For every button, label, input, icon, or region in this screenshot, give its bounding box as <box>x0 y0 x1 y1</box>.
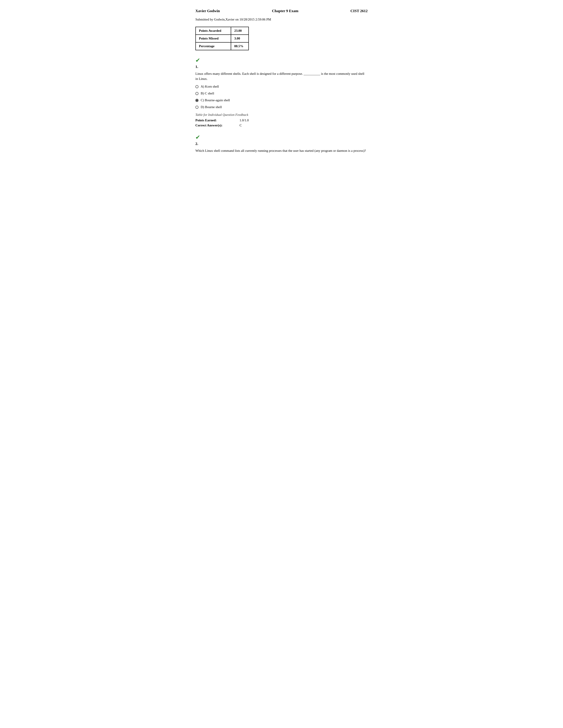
question-2-number: 2. <box>195 142 368 146</box>
question-1-correct-icon: ✔ <box>195 57 368 64</box>
score-value: 23.00 <box>231 27 248 35</box>
option-1-c-label: C) Bourne-again shell <box>201 98 230 102</box>
question-2-correct-icon: ✔ <box>195 134 368 141</box>
radio-1-b <box>195 92 198 95</box>
feedback-1-points-label: Points Earned: <box>195 118 239 122</box>
question-2-text: Which Linux shell command lists all curr… <box>195 148 368 153</box>
option-1-d-label: D) Bourne shell <box>201 105 222 109</box>
score-label: Points Awarded <box>195 27 231 35</box>
feedback-1-correct-value: C <box>239 124 242 127</box>
page-header: Xavier Godwin Chapter 9 Exam CIST 2612 <box>195 9 368 13</box>
question-2-block: ✔ 2. Which Linux shell command lists all… <box>195 134 368 153</box>
score-table-row: Points Missed3.00 <box>195 35 248 42</box>
question-1-feedback: Table for Individual Question Feedback P… <box>195 113 368 127</box>
score-value: 88.5% <box>231 42 248 50</box>
feedback-1-title: Table for Individual Question Feedback <box>195 113 368 117</box>
radio-1-c <box>195 99 198 102</box>
submission-line: Submitted by Godwin,Xavier on 10/28/2015… <box>195 18 368 21</box>
question-1-block: ✔ 1. Linux offers many different shells.… <box>195 57 368 127</box>
score-table: Points Awarded23.00Points Missed3.00Perc… <box>195 27 249 50</box>
course-code: CIST 2612 <box>351 9 368 13</box>
feedback-1-correct-label: Correct Answer(s): <box>195 124 239 127</box>
score-table-row: Points Awarded23.00 <box>195 27 248 35</box>
feedback-1-points-row: Points Earned: 1.0/1.0 <box>195 118 368 122</box>
question-1-number: 1. <box>195 65 368 69</box>
score-table-row: Percentage88.5% <box>195 42 248 50</box>
radio-1-a <box>195 85 198 88</box>
score-label: Points Missed <box>195 35 231 42</box>
option-1-a-label: A) Korn shell <box>201 85 219 88</box>
student-name: Xavier Godwin <box>195 9 220 13</box>
score-value: 3.00 <box>231 35 248 42</box>
question-1-option-b: B) C shell <box>195 92 368 95</box>
question-1-text: Linux offers many different shells. Each… <box>195 71 368 81</box>
feedback-1-correct-row: Correct Answer(s): C <box>195 124 368 127</box>
option-1-b-label: B) C shell <box>201 92 214 95</box>
question-1-option-d: D) Bourne shell <box>195 105 368 109</box>
score-label: Percentage <box>195 42 231 50</box>
question-1-option-a: A) Korn shell <box>195 85 368 88</box>
radio-1-d <box>195 106 198 109</box>
exam-title: Chapter 9 Exam <box>272 9 299 13</box>
feedback-1-points-value: 1.0/1.0 <box>239 118 249 122</box>
question-1-option-c: C) Bourne-again shell <box>195 98 368 102</box>
